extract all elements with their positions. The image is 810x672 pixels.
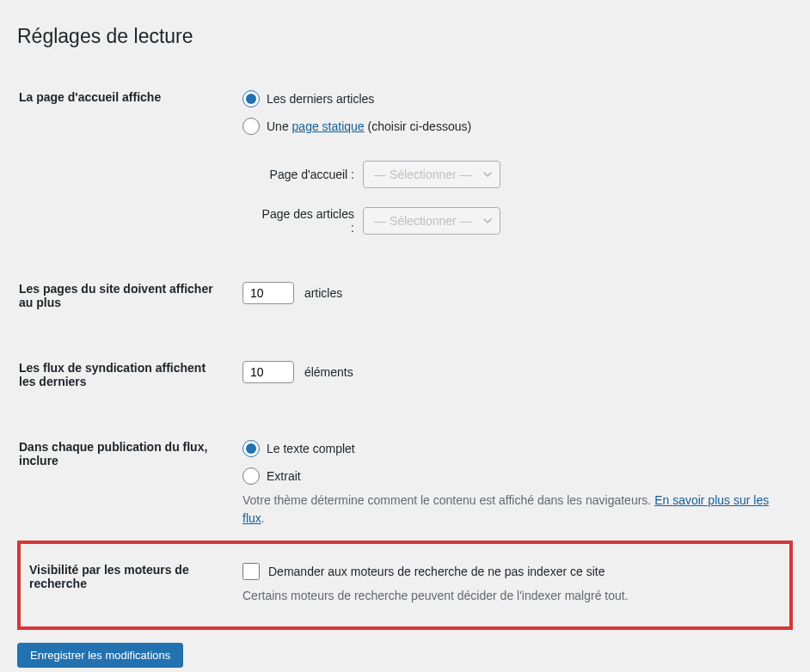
feed-items-suffix: éléments: [304, 365, 353, 379]
feed-content-label: Dans chaque publication du flux, inclure: [19, 427, 234, 542]
page-title: Réglages de lecture: [17, 17, 793, 52]
homepage-latest-radio[interactable]: [242, 90, 260, 107]
posts-page-select-label: Page des articles :: [260, 207, 354, 235]
homepage-select-label: Page d'accueil :: [260, 168, 354, 181]
posts-per-page-suffix: articles: [304, 286, 342, 300]
posts-per-page-label: Les pages du site doivent afficher au pl…: [19, 269, 234, 327]
homepage-select[interactable]: — Sélectionner —: [363, 161, 500, 188]
feed-content-description: Votre thème détermine comment le contenu…: [242, 492, 782, 528]
posts-per-page-input[interactable]: [242, 282, 294, 304]
feed-full-radio[interactable]: [242, 440, 260, 457]
visibility-checkbox-label: Demander aux moteurs de recherche de ne …: [268, 565, 604, 578]
homepage-static-radio[interactable]: [242, 118, 260, 135]
visibility-description: Certains moteurs de recherche peuvent dé…: [242, 587, 781, 605]
feed-full-label: Le texte complet: [267, 442, 355, 455]
search-visibility-section: Visibilité par les moteurs de recherche …: [19, 542, 791, 628]
homepage-display-label: La page d'accueil affiche: [19, 77, 234, 247]
feed-items-input[interactable]: [242, 361, 294, 383]
feed-excerpt-radio[interactable]: [242, 467, 260, 485]
posts-page-select[interactable]: — Sélectionner —: [363, 207, 500, 235]
homepage-static-label: Une page statique (choisir ci-dessous): [267, 119, 471, 133]
visibility-label: Visibilité par les moteurs de recherche: [19, 542, 234, 628]
homepage-latest-label: Les derniers articles: [267, 92, 374, 106]
feed-items-label: Les flux de syndication affichent les de…: [19, 348, 234, 406]
static-page-link[interactable]: page statique: [292, 119, 365, 133]
visibility-checkbox[interactable]: [242, 563, 260, 580]
save-button[interactable]: Enregistrer les modifications: [17, 643, 183, 668]
feed-excerpt-label: Extrait: [267, 469, 301, 483]
